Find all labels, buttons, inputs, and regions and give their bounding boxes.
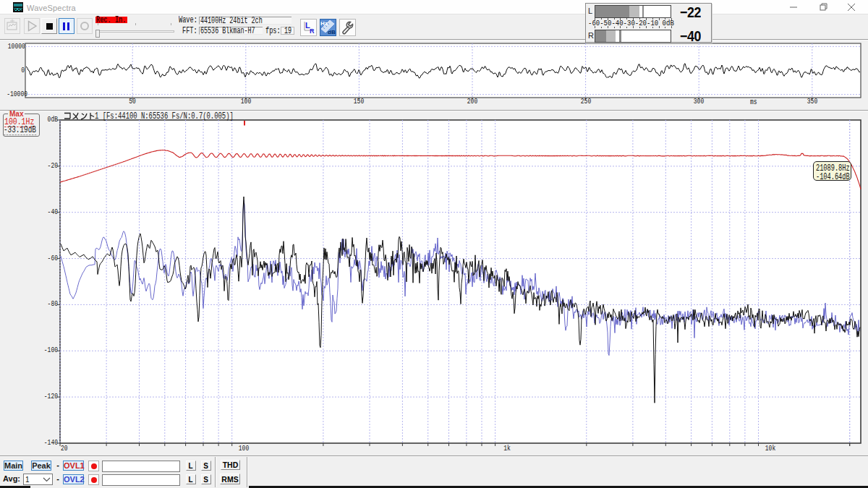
svg-text:Hz: Hz	[320, 20, 328, 27]
svg-text:R: R	[310, 27, 315, 35]
svg-text:dB: dB	[328, 29, 336, 35]
